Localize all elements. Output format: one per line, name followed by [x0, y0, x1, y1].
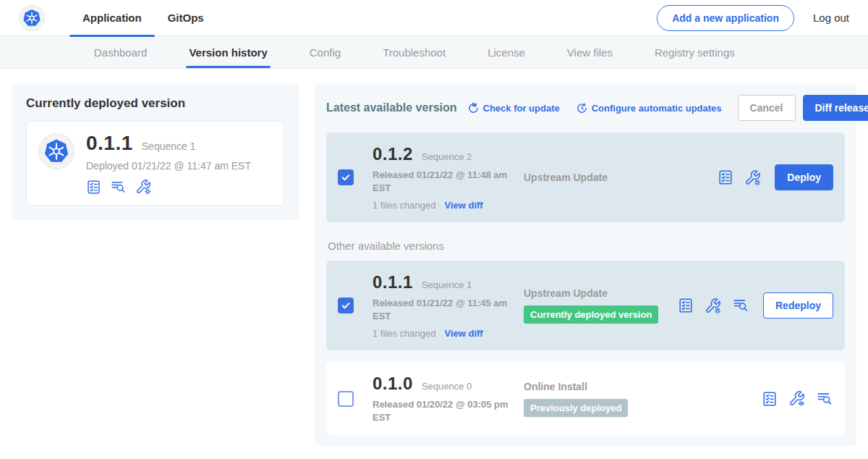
redeploy-button[interactable]: Redeploy: [763, 292, 833, 319]
deploy-logs-icon[interactable]: [732, 298, 749, 313]
version-checkbox[interactable]: [338, 391, 354, 407]
subtab-config[interactable]: Config: [310, 36, 341, 68]
deployed-timestamp: Deployed 01/21/22 @ 11:47 am EST: [86, 160, 251, 172]
version-number: 0.1.2: [373, 144, 413, 164]
preflight-checklist-icon[interactable]: [718, 169, 733, 185]
preflight-checklist-icon[interactable]: [762, 391, 778, 407]
subtab-view-files[interactable]: View files: [567, 36, 613, 68]
version-number: 0.1.0: [373, 374, 413, 394]
previously-deployed-badge: Previously deployed: [524, 399, 628, 417]
sequence-label: Sequence 2: [422, 151, 472, 162]
version-checkbox[interactable]: [338, 298, 354, 313]
version-row-0-1-0: 0.1.0 Sequence 0 Released 01/20/22 @ 03:…: [326, 362, 845, 435]
deploy-logs-icon[interactable]: [110, 180, 127, 195]
version-row-0-1-1: 0.1.1 Sequence 1 Released 01/21/22 @ 11:…: [326, 261, 845, 350]
preflight-checklist-icon[interactable]: [678, 298, 694, 313]
available-versions-panel: Latest available version Check for updat…: [315, 83, 856, 446]
edit-config-icon[interactable]: [135, 179, 151, 195]
tab-gitops[interactable]: GitOps: [155, 0, 217, 36]
check-for-update-label: Check for update: [483, 103, 560, 114]
currently-deployed-panel: Currently deployed version 0.1.1 Sequenc…: [12, 83, 299, 220]
version-source-label: Upstream Update: [524, 287, 678, 299]
currently-deployed-badge: Currently deployed version: [524, 306, 658, 324]
subtab-troubleshoot[interactable]: Troubleshoot: [383, 36, 446, 68]
deploy-button[interactable]: Deploy: [775, 164, 833, 190]
version-number: 0.1.1: [373, 272, 413, 292]
released-timestamp: Released 01/21/22 @ 11:45 am EST: [373, 297, 514, 322]
logout-button[interactable]: Log out: [813, 12, 849, 24]
check-for-update-link[interactable]: Check for update: [467, 102, 560, 114]
sequence-label: Sequence 1: [422, 279, 472, 290]
app-sub-navigation: Dashboard Version history Config Trouble…: [0, 36, 868, 69]
view-diff-link[interactable]: View diff: [444, 200, 482, 211]
tab-application[interactable]: Application: [69, 0, 155, 36]
version-source-label: Upstream Update: [524, 172, 718, 183]
refresh-icon: [467, 102, 480, 114]
preflight-checklist-icon[interactable]: [86, 180, 101, 195]
kubernetes-logo: [19, 5, 45, 31]
deploy-logs-icon[interactable]: [816, 391, 833, 407]
sequence-label: Sequence 0: [422, 381, 472, 392]
latest-available-title: Latest available version: [326, 101, 457, 114]
deployed-sequence-label: Sequence 1: [142, 140, 196, 152]
configure-automatic-updates-label: Configure automatic updates: [592, 103, 722, 114]
subtab-version-history[interactable]: Version history: [189, 36, 267, 68]
app-icon-kubernetes: [38, 133, 75, 169]
subtab-registry-settings[interactable]: Registry settings: [655, 36, 735, 68]
released-timestamp: Released 01/20/22 @ 03:05 pm EST: [373, 398, 514, 424]
add-new-application-button[interactable]: Add a new application: [657, 5, 794, 31]
currently-deployed-title: Currently deployed version: [26, 96, 284, 111]
files-changed-label: 1 files changed: [373, 200, 435, 211]
clock-refresh-icon: [576, 102, 588, 114]
deployed-version-number: 0.1.1: [86, 132, 133, 155]
view-diff-link[interactable]: View diff: [444, 328, 482, 339]
other-versions-title: Other available versions: [328, 240, 845, 252]
view-config-icon[interactable]: [788, 390, 805, 407]
edit-config-icon[interactable]: [705, 298, 721, 314]
cancel-button[interactable]: Cancel: [738, 95, 796, 121]
diff-releases-button[interactable]: Diff releases: [803, 95, 868, 121]
configure-automatic-updates-link[interactable]: Configure automatic updates: [576, 102, 722, 114]
deployed-version-card: 0.1.1 Sequence 1 Deployed 01/21/22 @ 11:…: [26, 121, 284, 206]
released-timestamp: Released 01/21/22 @ 11:48 am EST: [373, 169, 514, 194]
files-changed-label: 1 files changed: [373, 328, 435, 339]
edit-config-icon[interactable]: [744, 169, 761, 186]
version-row-0-1-2: 0.1.2 Sequence 2 Released 01/21/22 @ 11:…: [326, 132, 845, 222]
version-checkbox[interactable]: [338, 169, 354, 185]
version-source-label: Online Install: [524, 381, 762, 392]
top-navigation: Application GitOps Add a new application…: [0, 0, 868, 36]
subtab-dashboard[interactable]: Dashboard: [94, 36, 147, 68]
subtab-license[interactable]: License: [488, 36, 525, 68]
